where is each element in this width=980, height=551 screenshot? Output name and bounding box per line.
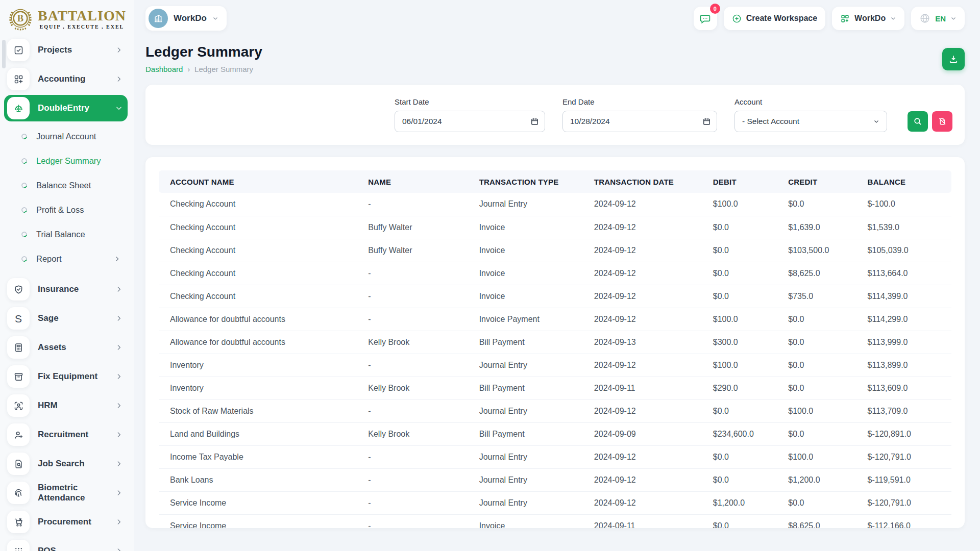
sidebar-item-sage[interactable]: SSage xyxy=(7,305,128,332)
filter-card: Start Date End Date xyxy=(145,85,965,145)
table-cell: $0.0 xyxy=(702,514,777,528)
biometric-icon xyxy=(7,482,30,504)
table-cell: - xyxy=(357,193,468,216)
table-cell: Invoice xyxy=(468,262,583,285)
workdo-menu-button[interactable]: WorkDo xyxy=(832,7,904,30)
table-cell: Invoice xyxy=(468,514,583,528)
recruitment-icon xyxy=(7,423,30,446)
end-date-input[interactable] xyxy=(562,111,717,132)
sidebar-item-hrm[interactable]: HRM xyxy=(7,392,128,419)
table-cell: $735.0 xyxy=(777,285,856,308)
brand-logo[interactable]: B BATTALION EQUIP , EXECUTE , EXEL xyxy=(0,0,134,34)
sidebar-subitem-ledger-summary[interactable]: Ledger Summary xyxy=(21,151,128,171)
sidebar-item-label: POS xyxy=(38,546,115,551)
table-cell: $105,039.0 xyxy=(856,239,951,262)
table-row: Checking Account-Journal Entry2024-09-12… xyxy=(159,193,951,216)
table-row: Service Income-Invoice2024-09-11$0.0$8,6… xyxy=(159,514,951,528)
chevron-right-icon xyxy=(114,256,120,262)
breadcrumb-dashboard-link[interactable]: Dashboard xyxy=(145,65,183,73)
table-cell: - xyxy=(357,285,468,308)
sidebar-item-assets[interactable]: Assets xyxy=(7,334,128,361)
hrm-icon xyxy=(7,394,30,417)
table-cell: 2024-09-12 xyxy=(583,262,702,285)
table-cell: 2024-09-12 xyxy=(583,193,702,216)
table-cell: Income Tax Payable xyxy=(159,445,357,468)
sidebar-subitem-journal-account[interactable]: Journal Account xyxy=(21,126,128,146)
table-cell: $290.0 xyxy=(702,377,777,399)
table-cell: - xyxy=(357,399,468,422)
table-cell: Kelly Brook xyxy=(357,331,468,354)
chevron-down-icon xyxy=(950,15,957,21)
account-field-group: Account - Select Account xyxy=(734,97,887,132)
column-header: TRANSACTION DATE xyxy=(583,170,702,193)
table-cell: 2024-09-09 xyxy=(583,422,702,445)
table-cell: Service Income xyxy=(159,491,357,514)
sidebar-item-fix-equipment[interactable]: Fix Equipment xyxy=(7,363,128,390)
table-cell: $1,200.0 xyxy=(777,468,856,491)
sidebar-item-pos[interactable]: POS xyxy=(7,538,128,551)
sidebar-item-label: Recruitment xyxy=(38,430,115,440)
chevron-right-icon xyxy=(115,489,122,496)
sidebar-subitem-balance-sheet[interactable]: Balance Sheet xyxy=(21,175,128,195)
reset-filter-button[interactable] xyxy=(932,111,952,132)
sidebar-subitem-trial-balance[interactable]: Trial Balance xyxy=(21,224,128,244)
table-cell: Inventory xyxy=(159,354,357,377)
table-cell: - xyxy=(357,308,468,331)
chevron-down-icon xyxy=(873,118,879,124)
start-date-input[interactable] xyxy=(395,111,545,132)
brand-name: BATTALION xyxy=(38,9,126,23)
table-cell: Kelly Brook xyxy=(357,422,468,445)
sidebar-item-biometric-attendance[interactable]: Biometric Attendance xyxy=(7,480,128,506)
account-select[interactable]: - Select Account xyxy=(734,111,887,132)
workspace-selector[interactable]: WorkDo xyxy=(145,6,227,31)
chevron-down-icon xyxy=(890,15,896,21)
language-code: EN xyxy=(935,14,946,23)
search-button[interactable] xyxy=(908,111,928,132)
table-cell: 2024-09-12 xyxy=(583,285,702,308)
column-header: ACCOUNT NAME xyxy=(159,170,357,193)
sidebar-scrollbar-thumb[interactable] xyxy=(2,40,6,68)
table-cell: $113,664.0 xyxy=(856,262,951,285)
table-cell: $0.0 xyxy=(702,399,777,422)
table-cell: Allowance for doubtful accounts xyxy=(159,308,357,331)
sidebar-item-double-entry[interactable]: DoubleEntry xyxy=(4,95,128,121)
sidebar-item-label: Biometric Attendance xyxy=(38,483,115,503)
table-cell: Invoice Payment xyxy=(468,308,583,331)
table-cell: 2024-09-12 xyxy=(583,445,702,468)
table-cell: $100.0 xyxy=(702,193,777,216)
sidebar-subitem-report[interactable]: Report xyxy=(21,248,128,269)
table-cell: 2024-09-12 xyxy=(583,399,702,422)
table-cell: 2024-09-12 xyxy=(583,239,702,262)
account-select-value: - Select Account xyxy=(742,117,799,126)
table-cell: $8,625.0 xyxy=(777,514,856,528)
sidebar-subitem-profit-loss[interactable]: Profit & Loss xyxy=(21,199,128,220)
sidebar-item-recruitment[interactable]: Recruitment xyxy=(7,421,128,448)
table-cell: Land and Buildings xyxy=(159,422,357,445)
sidebar-item-procurement[interactable]: Procurement xyxy=(7,509,128,535)
table-cell: $0.0 xyxy=(777,422,856,445)
chevron-right-icon xyxy=(115,518,122,525)
sidebar-item-insurance[interactable]: Insurance xyxy=(7,276,128,303)
language-selector[interactable]: EN xyxy=(911,7,965,30)
table-cell: 2024-09-12 xyxy=(583,354,702,377)
table-cell: 2024-09-12 xyxy=(583,216,702,239)
table-row: Allowance for doubtful accounts-Invoice … xyxy=(159,308,951,331)
sidebar-item-accounting[interactable]: Accounting xyxy=(7,66,128,92)
messages-badge: 0 xyxy=(710,4,720,14)
ledger-table-card: ACCOUNT NAMENAMETRANSACTION TYPETRANSACT… xyxy=(145,157,965,528)
sidebar-item-label: Procurement xyxy=(38,517,115,527)
bullet-icon xyxy=(20,255,28,262)
column-header: DEBIT xyxy=(702,170,777,193)
page-title: Ledger Summary xyxy=(145,44,262,60)
messages-button[interactable]: 0 xyxy=(694,7,717,30)
chevron-right-icon: › xyxy=(187,65,190,73)
sidebar-item-projects[interactable]: Projects xyxy=(7,37,128,63)
table-cell: Invoice xyxy=(468,216,583,239)
create-workspace-button[interactable]: Create Workspace xyxy=(724,7,825,30)
download-button[interactable] xyxy=(942,48,965,70)
table-cell: $100.0 xyxy=(777,445,856,468)
sidebar-item-job-search[interactable]: Job Search xyxy=(7,450,128,477)
table-row: Service Income-Journal Entry2024-09-12$1… xyxy=(159,491,951,514)
table-cell: 2024-09-12 xyxy=(583,491,702,514)
table-cell: Bank Loans xyxy=(159,468,357,491)
